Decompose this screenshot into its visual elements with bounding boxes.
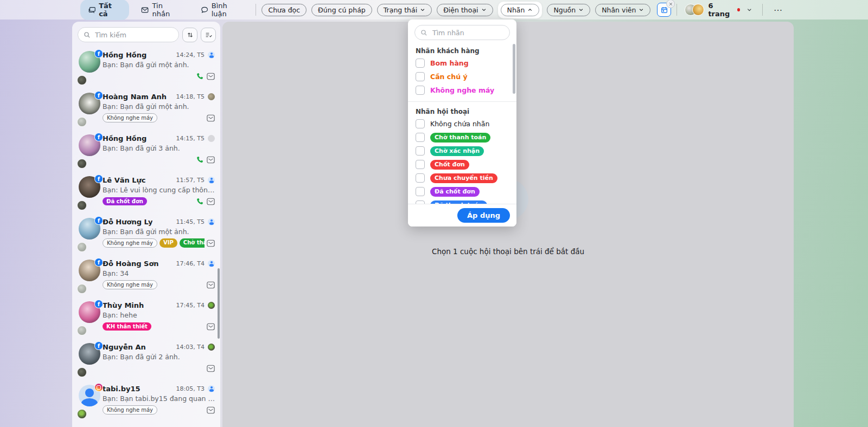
filter-staff[interactable]: Nhân viên (595, 4, 650, 16)
filter-correct-syntax[interactable]: Đúng cú pháp (311, 4, 372, 16)
chevron-down-icon[interactable] (746, 7, 752, 13)
envelope-icon[interactable] (207, 240, 215, 247)
conversation-name: Đỗ Hoàng Sơn (103, 260, 159, 268)
label-search[interactable] (414, 25, 510, 40)
divider (256, 4, 256, 16)
chat-icon (88, 6, 95, 14)
label-option-text: Bom hàng (430, 59, 469, 67)
conversation-time: 11:57, T5 (176, 177, 205, 184)
conversation-name: Hồng Hồng (103, 51, 146, 59)
checkbox[interactable] (416, 146, 425, 156)
filter-phone[interactable]: Điện thoại (437, 4, 493, 16)
avatar (692, 4, 704, 16)
notification-dot (737, 8, 740, 11)
envelope-icon[interactable] (207, 156, 215, 164)
label-option[interactable]: Chưa chuyển tiền (416, 171, 509, 185)
network-badge-icon (94, 383, 103, 392)
conversation-time: 14:15, T5 (176, 135, 205, 142)
label-option[interactable]: Không chứa nhãn (416, 117, 509, 131)
filter-chips: Chưa đọc Đúng cú pháp Trạng thái Điện th… (261, 2, 650, 18)
checkbox[interactable] (416, 200, 425, 204)
date-filter (657, 3, 671, 17)
conversation-row[interactable]: f Hoàng Nam Anh 14:18, T5 Bạn: Bạn đã gử… (72, 87, 220, 129)
conversation-row[interactable]: f Đỗ Hoàng Sơn 17:46, T4 Bạn: 34 Không n… (72, 254, 220, 296)
conversation-row[interactable]: f Đỗ Hương Ly 11:45, T5 Bạn: Bạn đã gửi … (72, 212, 220, 254)
conversation-tags: Không nghe máy (103, 280, 157, 289)
conversation-preview: Bạn: Bạn đã gửi một ảnh. (103, 102, 215, 111)
checkbox[interactable] (416, 119, 425, 128)
secondary-avatar (77, 75, 87, 85)
conversation-row[interactable]: f Hồng Hồng 14:15, T5 Bạn: Bạn đã gửi 3 … (72, 129, 220, 171)
label-option-text: Đã thanh toán (430, 200, 487, 204)
dropdown-scrollbar[interactable] (513, 44, 515, 94)
conversation-tag: Chờ thanh toán (180, 238, 205, 248)
secondary-avatar (77, 326, 87, 335)
search-input[interactable] (94, 30, 173, 40)
checkbox[interactable] (416, 173, 425, 183)
label-option[interactable]: Không nghe máy (416, 83, 509, 97)
checkbox[interactable] (416, 160, 425, 169)
tab-all-label: Tất cả (99, 2, 122, 18)
label-option-text: Cần chú ý (430, 73, 468, 81)
conversation-row[interactable]: f Nguyễn An 14:03, T4 Bạn: Bạn đã gửi 2 … (72, 338, 220, 379)
conversation-row[interactable]: f Hồng Hồng 14:24, T5 Bạn: Bạn đã gửi mộ… (72, 46, 220, 87)
label-search-input[interactable] (431, 28, 504, 37)
phone-icon[interactable] (196, 198, 204, 205)
conversation-tags: Không nghe máy (103, 113, 157, 122)
more-menu-button[interactable]: ⋯ (770, 5, 787, 15)
divider (408, 101, 516, 102)
sidebar-scrollbar[interactable] (218, 268, 220, 339)
filter-list-button[interactable] (201, 28, 216, 42)
label-option[interactable]: Cần chú ý (416, 70, 509, 83)
assignee-avatar (208, 135, 215, 142)
phone-icon[interactable] (196, 156, 204, 164)
filter-status[interactable]: Trạng thái (377, 4, 432, 16)
checkbox[interactable] (416, 59, 425, 68)
conversation-tags: Không nghe máyVIPChờ thanh toán (103, 238, 205, 248)
secondary-avatar (77, 367, 87, 377)
envelope-icon[interactable] (207, 365, 215, 372)
channel-tabs: Tất cả Tin nhắn Bình luận (80, 0, 250, 20)
label-option[interactable]: Đã thanh toán (416, 198, 509, 204)
label-option[interactable]: Bom hàng (416, 56, 509, 70)
envelope-icon[interactable] (207, 406, 215, 414)
conversation-icons (196, 156, 215, 164)
envelope-icon[interactable] (207, 114, 215, 122)
apply-button[interactable]: Áp dụng (457, 208, 510, 223)
secondary-avatar (77, 200, 87, 210)
envelope-icon[interactable] (207, 73, 215, 80)
label-option[interactable]: Chờ xác nhận (416, 144, 509, 158)
envelope-icon[interactable] (207, 323, 215, 331)
conversation-row[interactable]: f Lê Văn Lực 11:57, T5 Bạn: Lê vui lòng … (72, 171, 220, 212)
avatar: f (79, 93, 103, 126)
envelope-icon[interactable] (207, 198, 215, 205)
checkbox[interactable] (416, 86, 425, 95)
conversation-row[interactable]: f Thùy Minh 17:45, T4 Bạn: hehe KH thân … (72, 296, 220, 338)
conversation-time: 18:05, T3 (176, 385, 205, 392)
label-option-text: Không chứa nhãn (430, 120, 489, 128)
filter-unread[interactable]: Chưa đọc (261, 4, 307, 16)
label-option[interactable]: Chờ thanh toán (416, 131, 509, 144)
tab-all[interactable]: Tất cả (80, 0, 129, 20)
conversation-search[interactable] (78, 27, 179, 42)
phone-icon[interactable] (196, 73, 204, 80)
checkbox[interactable] (416, 72, 425, 81)
filter-source[interactable]: Nguồn (547, 4, 590, 16)
filter-label[interactable]: Nhãn (501, 4, 540, 16)
tab-messages[interactable]: Tin nhắn (133, 0, 188, 20)
chevron-up-icon (527, 7, 533, 12)
avatar: f (79, 218, 103, 251)
filter-label-highlight: Nhãn (498, 2, 542, 18)
conversation-row[interactable]: tabi.by15 18:05, T3 Bạn: Bạn tabi.by15 đ… (72, 379, 220, 421)
conversation-name: Đỗ Hương Ly (103, 218, 152, 226)
envelope-icon[interactable] (207, 281, 215, 289)
label-option[interactable]: Đã chốt đơn (416, 185, 509, 198)
avatar (79, 385, 103, 418)
top-toolbar: Tất cả Tin nhắn Bình luận Chưa đọc Đúng … (0, 0, 868, 20)
sort-button[interactable] (182, 28, 197, 42)
search-icon (84, 31, 91, 38)
label-option[interactable]: Chốt đơn (416, 158, 509, 171)
checkbox[interactable] (416, 187, 425, 196)
tab-comments[interactable]: Bình luận (193, 0, 251, 20)
checkbox[interactable] (416, 133, 425, 142)
